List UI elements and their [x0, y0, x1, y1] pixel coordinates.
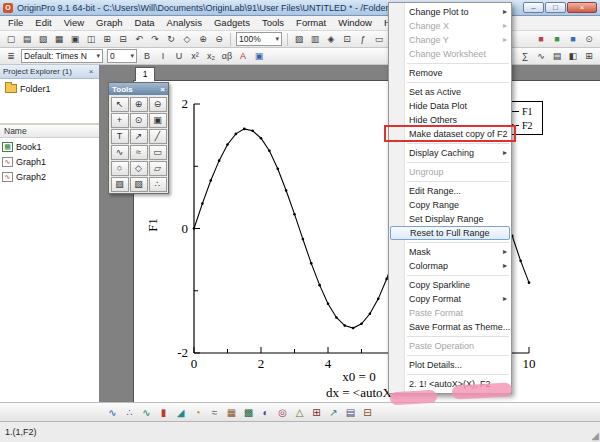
new-folder-button[interactable]: ▨ — [291, 32, 307, 47]
superscript-button[interactable]: x² — [187, 49, 203, 64]
save-project-button[interactable]: ▦ — [51, 32, 67, 47]
panel-close-icon[interactable]: × — [86, 67, 96, 76]
menubar-item-analysis[interactable]: Analysis — [161, 16, 208, 30]
curve-tool-button[interactable]: ∿ — [111, 145, 129, 160]
new-3d-surface-button[interactable]: ▩ — [240, 404, 257, 420]
name-column-header[interactable]: Name — [0, 125, 99, 138]
text-tool-button[interactable]: T — [111, 129, 129, 144]
region-tool-button[interactable]: ▱ — [149, 161, 167, 176]
draw-data-tool-button[interactable]: ∴ — [149, 177, 167, 192]
menubar-item-format[interactable]: Format — [290, 16, 332, 30]
folder-item-folder1[interactable]: Folder1 — [3, 81, 96, 96]
new-scatter-plot-button[interactable]: ∴ — [121, 404, 138, 420]
new-function-button[interactable]: ƒ — [355, 32, 371, 47]
new-matrix-button[interactable]: ⊡ — [339, 32, 355, 47]
open-template-button[interactable]: ▧ — [35, 32, 51, 47]
project-item-graph1[interactable]: ∿ Graph1 — [0, 154, 99, 169]
close-button[interactable]: × — [567, 2, 597, 13]
greek-button[interactable]: αβ — [219, 49, 235, 64]
fill-color-button[interactable]: ▣ — [251, 49, 267, 64]
maximize-button[interactable]: □ — [545, 2, 566, 13]
new-layout-button[interactable]: ▭ — [371, 32, 387, 47]
menu-item-copy-sparkline[interactable]: Copy Sparkline — [389, 278, 511, 292]
menu-item-plot-details[interactable]: Plot Details... — [389, 358, 511, 372]
add-red-dataset-button[interactable]: ■ — [533, 32, 549, 47]
resize-grip-icon[interactable]: ◢ — [591, 430, 599, 441]
project-item-book1[interactable]: ▦ Book1 — [0, 139, 99, 154]
menu-item-copy-range[interactable]: Copy Range — [389, 198, 511, 212]
new-workbook-button[interactable]: ▥ — [307, 32, 323, 47]
menu-item-mask[interactable]: Mask▸ — [389, 245, 511, 259]
menu-item-change-plot-to[interactable]: Change Plot to▸ — [389, 5, 511, 19]
menu-item-save-format-as-theme[interactable]: Save Format as Theme... — [389, 320, 511, 334]
zoom-in-tool-button[interactable]: ⊕ — [130, 97, 148, 112]
fit-page-button[interactable]: ◇ — [179, 32, 195, 47]
open-button[interactable]: ▤ — [19, 32, 35, 47]
sum-button[interactable]: ∑ — [517, 49, 533, 64]
menu-item-edit-range[interactable]: Edit Range... — [389, 184, 511, 198]
screen-reader-tool-button[interactable]: + — [111, 113, 129, 128]
data-reader-tool-button[interactable]: ⊙ — [130, 113, 148, 128]
underline-button[interactable]: U — [171, 49, 187, 64]
new-ternary-plot-button[interactable]: △ — [291, 404, 308, 420]
refresh-button[interactable]: ↻ — [163, 32, 179, 47]
unmask-tool-button[interactable]: ▧ — [130, 177, 148, 192]
add-green-dataset-button[interactable]: ■ — [549, 32, 565, 47]
new-graph-button[interactable]: ◈ — [323, 32, 339, 47]
menu-item-display-caching[interactable]: Display Caching▸ — [389, 146, 511, 160]
graph-window-tab[interactable]: 1 — [135, 67, 155, 81]
menubar-item-data[interactable]: Data — [129, 16, 161, 30]
mask-tool-button[interactable]: ▨ — [111, 177, 129, 192]
menubar-item-edit[interactable]: Edit — [29, 16, 57, 30]
redo-button[interactable]: ↷ — [147, 32, 163, 47]
font-size-combo[interactable]: 0 ▾ — [107, 49, 137, 63]
new-line-symbol-plot-button[interactable]: ∿ — [138, 404, 155, 420]
new-vector-plot-button[interactable]: ↗ — [325, 404, 342, 420]
font-style-combo[interactable]: Default: Times N ▾ — [21, 49, 103, 63]
minimize-button[interactable]: – — [523, 2, 544, 13]
annotation-tool-button[interactable]: ▣ — [149, 113, 167, 128]
new-column-plot-button[interactable]: ▮ — [155, 404, 172, 420]
zoom-out-tool-button[interactable]: ⊖ — [149, 97, 167, 112]
menu-item-set-display-range[interactable]: Set Display Range — [389, 212, 511, 226]
print-button[interactable]: ▣ — [67, 32, 83, 47]
plot-setup-button[interactable]: ⊟ — [359, 404, 376, 420]
menubar-item-file[interactable]: File — [2, 16, 29, 30]
paste-button[interactable]: ⊟ — [115, 32, 131, 47]
font-color-button[interactable]: A — [235, 49, 251, 64]
new-polar-plot-button[interactable]: ◎ — [274, 404, 291, 420]
template-library-button[interactable]: ▤ — [342, 404, 359, 420]
copy-button[interactable]: ⊞ — [99, 32, 115, 47]
new-stack-plot-button[interactable]: ≈ — [206, 404, 223, 420]
arrow-tool-button[interactable]: ↗ — [130, 129, 148, 144]
menu-item-hide-others[interactable]: Hide Others — [389, 113, 511, 127]
new-contour-plot-button[interactable]: ◐ — [257, 404, 274, 420]
menu-item-reset-to-full-range[interactable]: Reset to Full Range — [390, 226, 510, 240]
menubar-item-window[interactable]: Window — [332, 16, 378, 30]
zoom-combo[interactable]: 100% ▾ — [236, 32, 282, 46]
new-statistics-plot-button[interactable]: ⊞ — [308, 404, 325, 420]
fit-curve-button[interactable]: ∿ — [533, 49, 549, 64]
undo-button[interactable]: ↶ — [131, 32, 147, 47]
menu-item-remove[interactable]: Remove — [389, 66, 511, 80]
new-3d-scatter-button[interactable]: ▦ — [223, 404, 240, 420]
new-line-plot-button[interactable]: ∿ — [104, 404, 121, 420]
pointer-tool-button[interactable]: ↖ — [111, 97, 129, 112]
menu-item-colormap[interactable]: Colormap▸ — [389, 259, 511, 273]
grid-options-button[interactable]: ⊞ — [581, 49, 597, 64]
polygon-tool-button[interactable]: ◇ — [130, 161, 148, 176]
menu-item-set-as-active[interactable]: Set as Active — [389, 85, 511, 99]
italic-button[interactable]: I — [155, 49, 171, 64]
subscript-button[interactable]: x₂ — [203, 49, 219, 64]
tools-palette-header[interactable]: Tools × — [109, 83, 168, 95]
new-project-button[interactable]: ▢ — [3, 32, 19, 47]
menubar-item-view[interactable]: View — [58, 16, 90, 30]
menubar-item-gadgets[interactable]: Gadgets — [208, 16, 256, 30]
style-list-button[interactable]: ≣ — [3, 49, 19, 64]
menu-item-copy-format[interactable]: Copy Format▸ — [389, 292, 511, 306]
zoom-out-button[interactable]: ⊖ — [211, 32, 227, 47]
menu-item-hide-data-plot[interactable]: Hide Data Plot — [389, 99, 511, 113]
zoom-in-button[interactable]: ⊕ — [195, 32, 211, 47]
bold-button[interactable]: B — [139, 49, 155, 64]
freehand-tool-button[interactable]: ≈ — [130, 145, 148, 160]
